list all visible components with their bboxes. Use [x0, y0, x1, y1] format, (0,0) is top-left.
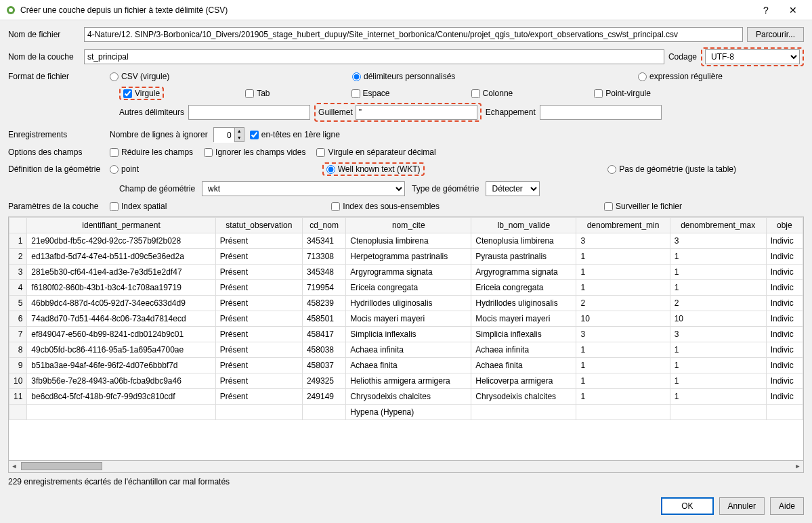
table-row[interactable]: 103fb9b56e-7e28-4943-a06b-fcba9dbc9a46Pr… [9, 373, 803, 389]
delim-espace[interactable]: Espace [351, 89, 390, 98]
table-header[interactable]: denombrement_max [670, 218, 766, 233]
table-row[interactable]: 121e90dbd-fb5c-429d-92cc-7357b9f2b028Pré… [9, 233, 803, 249]
browse-button[interactable]: Parcourir... [747, 27, 804, 42]
table-header[interactable]: cd_nom [302, 218, 345, 233]
format-custom-radio[interactable]: délimiteurs personnalisés [352, 72, 455, 81]
table-row[interactable]: 7ef849047-e560-4b99-8241-cdb0124b9c01Pré… [9, 327, 803, 342]
guillemet-label: Guillemet [318, 108, 353, 117]
ignore-empty-check[interactable]: Ignorer les champs vides [204, 147, 305, 157]
table-header[interactable]: nom_cite [346, 218, 471, 233]
guillemet-input[interactable] [356, 105, 477, 120]
geom-label: Définition de la géométrie [8, 164, 110, 174]
spatial-check[interactable]: Index spatial [110, 202, 167, 211]
geom-point-radio[interactable]: point [110, 164, 139, 174]
window-title: Créer une couche depuis un fichier à tex… [20, 5, 752, 15]
geom-wkt-radio[interactable]: Well known text (WKT) [326, 164, 421, 174]
delim-colonne[interactable]: Colonne [471, 89, 513, 98]
format-regex-radio[interactable]: expression régulière [638, 72, 723, 81]
table-row[interactable]: 546bb9dc4-887d-4c05-92d7-34eec633d4d9Pré… [9, 296, 803, 311]
close-button[interactable]: ✕ [779, 5, 807, 16]
file-label: Nom de fichier [8, 30, 84, 39]
skip-label: Nombre de lignes à ignorer [110, 130, 208, 139]
app-icon [5, 5, 16, 16]
horizontal-scrollbar[interactable]: ◄ ► [8, 461, 804, 473]
table-header[interactable]: identifiant_permanent [27, 218, 215, 233]
file-input[interactable] [84, 27, 743, 42]
trim-check[interactable]: Réduire les champs [110, 147, 193, 157]
delim-autres-label: Autres délimiteurs [119, 108, 184, 117]
help-button-footer[interactable]: Aide [770, 497, 804, 515]
layer-input[interactable] [84, 49, 664, 64]
help-button[interactable]: ? [752, 5, 779, 16]
subset-check[interactable]: Index des sous-ensembles [331, 202, 440, 211]
status-text: 229 enregistrements écartés de l'échanti… [8, 477, 230, 486]
geom-none-radio[interactable]: Pas de géométrie (juste la table) [607, 164, 736, 174]
watch-check[interactable]: Surveiller le fichier [604, 202, 682, 211]
table-header[interactable] [9, 218, 27, 233]
table-header[interactable]: statut_observation [215, 218, 302, 233]
table-row[interactable]: 849cb05fd-bc86-4116-95a5-1a695a4700aePré… [9, 342, 803, 358]
table-header[interactable]: lb_nom_valide [471, 218, 576, 233]
table-row[interactable]: 2ed13afbd-5d74-47e4-b511-d09c5e36ed2aPré… [9, 249, 803, 265]
titlebar: Créer une couche depuis un fichier à tex… [0, 0, 812, 20]
geom-field-label: Champ de géométrie [119, 184, 195, 194]
table-row[interactable]: Hypena (Hypena) [9, 405, 803, 420]
decimal-check[interactable]: Virgule en séparateur décimal [316, 147, 435, 157]
delim-virgule[interactable]: Virgule [123, 89, 160, 98]
preview-table[interactable]: identifiant_permanentstatut_observationc… [8, 217, 804, 461]
ok-button[interactable]: OK [661, 497, 713, 515]
fields-label: Options des champs [8, 147, 110, 157]
table-row[interactable]: 674ad8d70-7d51-4464-8c06-73a4d7814ecdPré… [9, 311, 803, 327]
params-label: Paramètres de la couche [8, 202, 110, 211]
echap-input[interactable] [540, 105, 662, 120]
format-label: Format de fichier [8, 72, 110, 81]
header-check[interactable]: en-têtes en 1ère ligne [250, 130, 340, 139]
table-header[interactable]: denombrement_min [576, 218, 670, 233]
records-label: Enregistrements [8, 130, 110, 139]
svg-point-1 [9, 8, 13, 12]
layer-label: Nom de la couche [8, 52, 84, 62]
delim-pv[interactable]: Point-virgule [594, 89, 651, 98]
echap-label: Echappement [486, 108, 536, 117]
encoding-select[interactable]: UTF-8 [705, 49, 800, 64]
format-csv-radio[interactable]: CSV (virgule) [110, 72, 169, 81]
encoding-label: Codage [668, 52, 697, 62]
delim-tab[interactable]: Tab [245, 89, 270, 98]
delim-autres-input[interactable] [188, 105, 310, 120]
geom-type-select[interactable]: Détecter [486, 181, 540, 196]
table-row[interactable]: 9b51ba3ae-94af-46fe-96f2-4d07e6bbbf7dPré… [9, 358, 803, 373]
geom-type-label: Type de géométrie [412, 184, 479, 194]
table-row[interactable]: 11be6cd8c4-5fcf-418b-9fc7-99d93c810cdfPr… [9, 389, 803, 405]
table-header[interactable]: obje [766, 218, 803, 233]
table-row[interactable]: 3281e5b30-cf64-41e4-ad3e-7e3d51e2df47Pré… [9, 265, 803, 280]
cancel-button[interactable]: Annuler [719, 497, 765, 515]
table-row[interactable]: 4f6180f02-860b-43b1-b3c4-1c708aa19719Pré… [9, 280, 803, 296]
skip-spinner[interactable]: ▲▼ [213, 127, 244, 142]
geom-field-select[interactable]: wkt [202, 181, 405, 196]
